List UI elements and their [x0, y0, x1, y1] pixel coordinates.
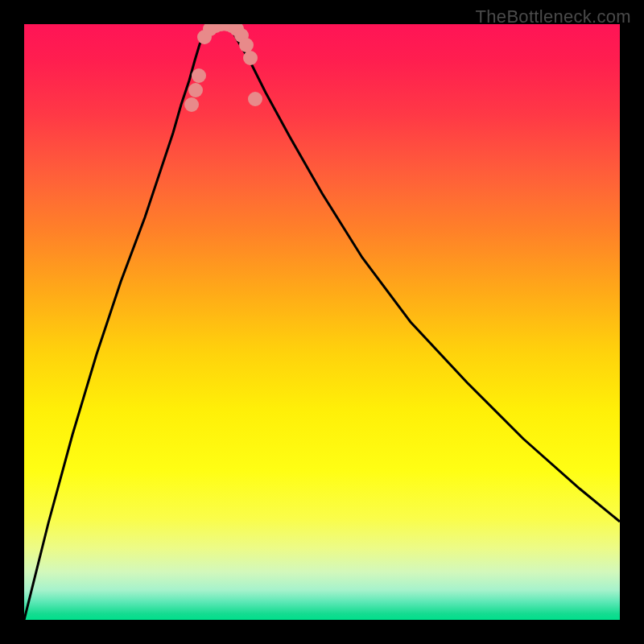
- trough-dot: [192, 68, 206, 83]
- trough-dot: [188, 83, 203, 97]
- trough-dot: [184, 97, 199, 112]
- trough-dot: [248, 92, 262, 106]
- curve-left-branch: [24, 26, 209, 620]
- trough-dot: [243, 51, 258, 65]
- dots-layer: [184, 24, 262, 112]
- chart-svg: [24, 24, 620, 620]
- curve-layer: [24, 26, 620, 620]
- chart-plot-area: [24, 24, 620, 620]
- curve-right-branch: [229, 26, 620, 522]
- trough-dot: [239, 38, 254, 52]
- watermark-text: TheBottleneck.com: [476, 6, 631, 27]
